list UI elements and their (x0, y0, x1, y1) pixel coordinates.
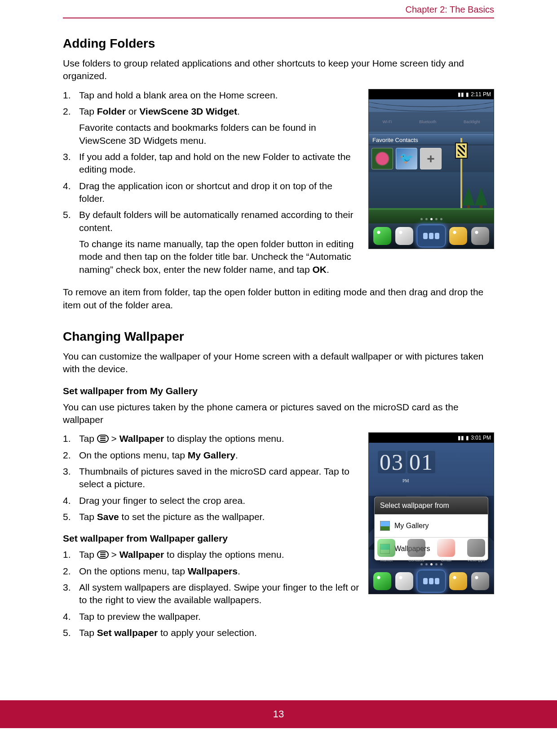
menu-icon (97, 435, 109, 443)
sub-intro: You can use pictures taken by the phone … (63, 401, 494, 427)
messaging-icon (395, 227, 413, 245)
toggle-wifi: Wi-Fi (382, 120, 392, 124)
step-5: Tap Set wallpaper to apply your selectio… (63, 627, 359, 639)
dialog-title: Select wallpaper from (375, 497, 488, 514)
section-title: Adding Folders (63, 36, 494, 51)
step-1: Tap > Wallpaper to display the options m… (63, 432, 359, 445)
page-footer: 13 (0, 700, 557, 728)
section-adding-folders: Adding Folders Use folders to group rela… (63, 36, 494, 311)
section-title: Changing Wallpaper (63, 329, 494, 344)
page-indicator (369, 563, 494, 568)
status-bar: ▮▮ ▮ 3:01 PM (369, 433, 494, 443)
step-4: Tap to preview the wallpaper. (63, 610, 359, 623)
step-text: By default folders will be automatically… (79, 209, 353, 232)
camera-icon (471, 227, 489, 245)
status-icon: ▮ (466, 91, 469, 98)
phone-icon (373, 572, 391, 590)
apps-icon (417, 570, 446, 592)
content-row: Tap > Wallpaper to display the options m… (63, 432, 494, 643)
step-2: On the options menu, tap My Gallery. (63, 449, 359, 462)
app-contacts: Contacts (404, 539, 429, 562)
clock-widget: 0301 PM (378, 451, 450, 482)
step-2: On the options menu, tap Wallpapers. (63, 565, 359, 578)
add-contact-button: + (420, 148, 442, 169)
step-4: Drag the application icon or shortcut an… (63, 180, 359, 205)
camera-icon (471, 572, 489, 590)
browser-icon (449, 572, 467, 590)
step-4: Drag your finger to select the crop area… (63, 494, 359, 507)
status-icon: ▮▮ (458, 435, 464, 441)
status-icon: ▮▮ (458, 91, 464, 98)
section-changing-wallpaper: Changing Wallpaper You can customize the… (63, 329, 494, 643)
quick-toggles: Wi-Fi Bluetooth Backlight (369, 112, 494, 132)
app-market: Market (374, 539, 399, 562)
content-row: Tap and hold a blank area on the Home sc… (63, 89, 494, 280)
screenshot-favorite-contacts: ▮▮ ▮ 2:11 PM Wi-Fi Bluetooth Backlight F… (368, 89, 494, 249)
steps-column: Tap and hold a blank area on the Home sc… (63, 89, 359, 280)
sub-title: Set wallpaper from Wallpaper gallery (63, 533, 359, 544)
chapter-header: Chapter 2: The Basics (63, 0, 494, 18)
step-text: Tap Folder or ViewScene 3D Widget. (79, 106, 240, 116)
app-gmail: Gmail (433, 539, 459, 562)
section-intro: You can customize the wallpaper of your … (63, 350, 494, 376)
section-intro: Use folders to group related application… (63, 57, 494, 83)
steps-list: Tap and hold a blank area on the Home sc… (63, 89, 359, 276)
steps-list: Tap > Wallpaper to display the options m… (63, 548, 359, 639)
toggle-bluetooth: Bluetooth (419, 120, 436, 124)
messaging-icon (395, 572, 413, 590)
favorite-contacts-bar: Favorite Contacts (369, 134, 494, 145)
page-number: 13 (273, 708, 284, 720)
decor-tree (475, 187, 487, 210)
toggle-backlight: Backlight (464, 120, 480, 124)
decor-tree (462, 187, 475, 210)
step-1: Tap > Wallpaper to display the options m… (63, 548, 359, 561)
contact-thumb (396, 148, 417, 169)
menu-icon (97, 551, 109, 559)
step-5: By default folders will be automatically… (63, 209, 359, 276)
favorite-contacts-row: + (369, 145, 494, 172)
step-text: Tap and hold a blank area on the Home sc… (79, 90, 278, 100)
screenshot-select-wallpaper: ▮▮ ▮ 3:01 PM 0301 PM Select wallpaper fr… (368, 432, 494, 594)
phone-icon (373, 227, 391, 245)
decor-sign (455, 142, 468, 159)
dock (369, 223, 494, 249)
step-1: Tap and hold a blank area on the Home sc… (63, 89, 359, 102)
dialog-option-my-gallery: My Gallery (375, 514, 488, 537)
gallery-icon (380, 521, 390, 531)
step-3: All system wallpapers are displayed. Swi… (63, 581, 359, 607)
sub-title: Set wallpaper from My Gallery (63, 386, 494, 396)
contact-thumb (371, 148, 393, 169)
status-time: 3:01 PM (471, 435, 491, 441)
steps-list: Tap > Wallpaper to display the options m… (63, 432, 359, 523)
page-indicator (369, 218, 494, 222)
step-note: Favorite contacts and bookmarks folders … (79, 121, 359, 147)
app-viewapps: ViewApps (464, 539, 489, 562)
dock (369, 569, 494, 594)
step-3: If you add a folder, tap and hold on the… (63, 151, 359, 176)
step-5: Tap Save to set the picture as the wallp… (63, 511, 359, 523)
section-after: To remove an item from folder, tap the o… (63, 286, 494, 311)
step-text: If you add a folder, tap and hold on the… (79, 151, 351, 174)
status-icon: ▮ (466, 435, 469, 441)
browser-icon (449, 227, 467, 245)
steps-column: Tap > Wallpaper to display the options m… (63, 432, 359, 643)
app-row: Market Contacts Gmail ViewApps (369, 537, 494, 564)
step-note: To change its name manually, tap the ope… (79, 238, 359, 276)
page: Chapter 2: The Basics Adding Folders Use… (0, 0, 557, 728)
apps-icon (417, 225, 446, 247)
step-text: Drag the application icon or shortcut an… (79, 181, 332, 204)
status-time: 2:11 PM (471, 91, 491, 98)
step-3: Thumbnails of pictures saved in the micr… (63, 465, 359, 491)
step-2: Tap Folder or ViewScene 3D Widget. Favor… (63, 105, 359, 147)
